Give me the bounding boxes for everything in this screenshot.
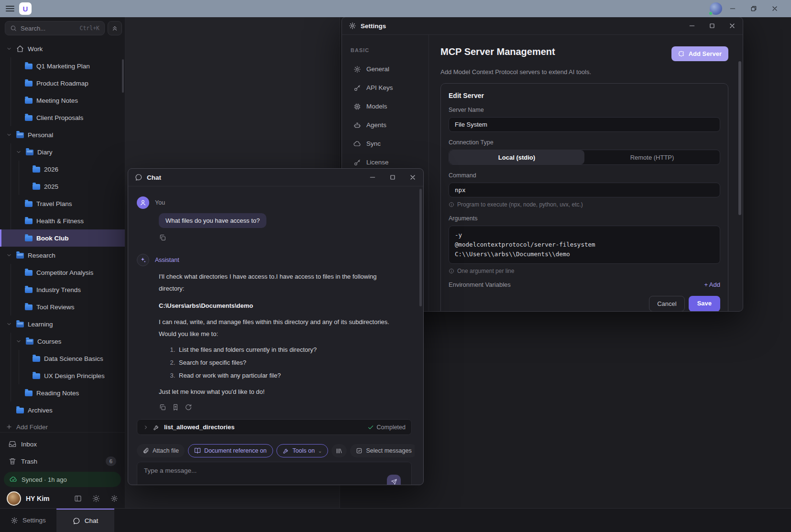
directory-path: C:\Users\arbs\Documents\demo — [159, 300, 403, 312]
sidebar-folder-item[interactable]: Reading Notes — [0, 384, 125, 402]
send-button[interactable] — [387, 475, 401, 485]
chat-titlebar[interactable]: Chat — [128, 169, 423, 186]
settings-minimize-button[interactable] — [688, 22, 696, 30]
settings-nav-item-models[interactable]: Models — [351, 97, 424, 116]
folder-label: Client Proposals — [36, 114, 83, 121]
tab-remote-http[interactable]: Remote (HTTP) — [584, 150, 720, 164]
assistant-paragraph: I'll check what directories I have acces… — [159, 271, 403, 294]
sidebar-folder-item[interactable]: Personal — [0, 126, 125, 143]
sidebar-folder-item[interactable]: Competitor Analysis — [0, 264, 125, 281]
taskbar-settings-tab[interactable]: Settings — [0, 509, 56, 532]
sidebar-item-trash[interactable]: Trash 6 — [4, 453, 121, 470]
account-avatar[interactable] — [710, 2, 722, 15]
inbox-icon — [9, 440, 16, 448]
cancel-button[interactable]: Cancel — [649, 296, 684, 311]
user-message-bubble: What files do you have access to? — [159, 213, 266, 228]
sidebar-folder-item[interactable]: Product Roadmap — [0, 75, 125, 92]
sidebar-folder-item[interactable]: Book Club — [0, 229, 125, 247]
folder-label: 2026 — [44, 166, 58, 173]
sidebar-item-inbox[interactable]: Inbox — [4, 435, 121, 453]
chat-close-button[interactable] — [409, 174, 417, 181]
user-avatar — [137, 196, 149, 209]
select-messages-button[interactable]: Select messages — [350, 444, 415, 457]
sidebar-folder-item[interactable]: Courses — [0, 333, 125, 350]
chevron-down-icon[interactable] — [6, 321, 12, 327]
tools-toggle[interactable]: Tools on ⌄ — [276, 444, 329, 457]
add-server-button[interactable]: Add Server — [671, 46, 728, 61]
save-button[interactable]: Save — [689, 296, 720, 311]
document-reference-toggle[interactable]: Document reference on — [188, 444, 273, 457]
env-add-link[interactable]: + Add — [704, 281, 720, 288]
sidebar-folder-item[interactable]: Archives — [0, 402, 125, 419]
server-name-input[interactable]: File System — [449, 117, 720, 132]
sidebar-folder-item[interactable]: Travel Plans — [0, 195, 125, 212]
arguments-textarea[interactable]: -y@modelcontextprotocol/server-filesyste… — [449, 226, 720, 264]
sidebar-folder-item[interactable]: 2025 — [0, 178, 125, 195]
folder-label: Tool Reviews — [36, 304, 75, 311]
tool-call-row[interactable]: list_allowed_directories Completed — [137, 419, 412, 435]
settings-close-button[interactable] — [728, 22, 736, 30]
sidebar-folder-item[interactable]: Learning — [0, 315, 125, 333]
bookmark-add-icon[interactable] — [172, 403, 179, 411]
regenerate-icon[interactable] — [185, 403, 192, 411]
settings-gear-icon[interactable] — [110, 495, 118, 502]
settings-nav-item-sync[interactable]: Sync — [351, 134, 424, 153]
window-restore-button[interactable] — [743, 0, 764, 17]
search-input[interactable]: Search... Ctrl+K — [5, 21, 105, 35]
command-input[interactable]: npx — [449, 183, 720, 197]
sidebar-folder-item[interactable]: Client Proposals — [0, 109, 125, 126]
settings-nav-item-api-keys[interactable]: API Keys — [351, 78, 424, 97]
settings-scrollbar-thumb[interactable] — [738, 61, 741, 215]
sidebar-folder-item[interactable]: Data Science Basics — [0, 350, 125, 367]
taskbar-chat-tab[interactable]: Chat — [56, 509, 115, 532]
sidebar-folder-item[interactable]: Research — [0, 247, 125, 264]
sidebar-folder-item[interactable]: Work — [0, 40, 125, 57]
sidebar-folder-item[interactable]: Industry Trends — [0, 281, 125, 298]
window-minimize-button[interactable] — [722, 0, 743, 17]
sidebar-folder-item[interactable]: Tool Reviews — [0, 298, 125, 315]
gear-icon — [349, 22, 356, 30]
assistant-options-list: List the files and folders currently in … — [159, 344, 403, 381]
message-composer[interactable]: Type a message... — [137, 462, 412, 485]
chat-messages: You What files do you have access to? As… — [128, 187, 423, 485]
window-close-button[interactable] — [764, 0, 785, 17]
sidebar-folder-item[interactable]: Q1 Marketing Plan — [0, 57, 125, 75]
chat-minimize-button[interactable] — [369, 174, 376, 181]
folder-icon — [16, 407, 24, 413]
folder-icon — [33, 372, 40, 379]
copy-icon[interactable] — [159, 234, 166, 241]
sidebar-folder-item[interactable]: 2026 — [0, 161, 125, 178]
folder-icon — [33, 183, 40, 190]
sidebar-folder-item[interactable]: Health & Fitness — [0, 212, 125, 229]
settings-maximize-button[interactable] — [708, 22, 716, 30]
settings-nav-item-agents[interactable]: Agents — [351, 116, 424, 134]
sidebar-folder-item[interactable]: UX Design Principles — [0, 367, 125, 384]
sidebar-folder-item[interactable]: Diary — [0, 143, 125, 161]
sidebar-folder-item[interactable]: Meeting Notes — [0, 92, 125, 109]
library-button[interactable] — [331, 444, 347, 457]
chevron-right-icon[interactable] — [143, 424, 149, 430]
edit-server-title: Edit Server — [449, 92, 720, 99]
collapse-all-button[interactable] — [108, 21, 122, 35]
hamburger-menu-icon[interactable] — [6, 6, 14, 11]
puzzle-icon — [678, 51, 685, 57]
avatar[interactable] — [7, 491, 21, 506]
copy-icon[interactable] — [159, 403, 166, 411]
chevron-down-icon[interactable] — [6, 252, 12, 258]
panel-toggle-icon[interactable] — [74, 495, 82, 502]
chevron-down-icon[interactable] — [15, 338, 22, 344]
tab-local-stdio[interactable]: Local (stdio) — [449, 150, 584, 164]
settings-titlebar[interactable]: Settings — [342, 17, 743, 35]
sidebar-scrollbar[interactable] — [122, 59, 124, 93]
folder-icon — [25, 63, 33, 69]
chevron-down-icon[interactable] — [15, 149, 22, 155]
settings-nav-item-general[interactable]: General — [351, 60, 424, 78]
chat-scrollbar-thumb[interactable] — [419, 189, 422, 306]
sync-status[interactable]: Synced · 1h ago — [4, 472, 121, 487]
chevron-down-icon[interactable] — [6, 46, 12, 52]
chat-maximize-button[interactable] — [389, 174, 396, 181]
attach-file-button[interactable]: Attach file — [137, 444, 185, 457]
user-row: HY Kim — [4, 489, 121, 508]
theme-sun-icon[interactable] — [92, 495, 100, 502]
chevron-down-icon[interactable] — [6, 132, 12, 138]
